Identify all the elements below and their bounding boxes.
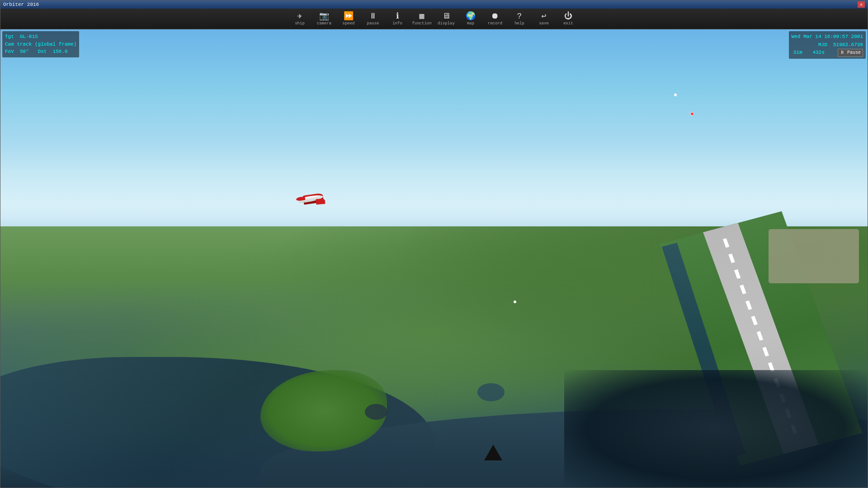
display-icon: 🖥 [442,12,450,20]
hud-cam-row: Cam track (global frame) [5,41,76,48]
toolbar-btn-display[interactable]: 🖥display [434,9,458,28]
pond2 [365,404,387,420]
toolbar-btn-pause[interactable]: ⏸pause [361,9,385,28]
hud-mjd-label: MJD [818,42,827,47]
dark-triangle [484,445,502,460]
hud-date-row: Wed Mar 14 16:09:57 2001 [792,33,863,41]
help-label: help [514,21,524,26]
speed-label: speed [342,21,354,26]
ground [0,226,868,488]
hud-tgt-label: Tgt [5,34,14,39]
toolbar-btn-exit[interactable]: ⏻exit [557,9,580,28]
hud-sim-row: Sim 432s ⏸ Pause [792,49,863,57]
hud-pause-badge[interactable]: ⏸ Pause [838,49,863,57]
info-label: info [392,21,402,26]
runway-marker-dot [690,112,694,116]
hud-fov-value: 50° [20,49,29,54]
toolbar-btn-info[interactable]: ℹinfo [386,9,409,28]
window-title: Orbiter 2016 [3,2,858,7]
hud-mjd-value: 51982.6736 [833,42,863,47]
pause-label: pause [367,21,379,26]
exit-label: exit [563,21,573,26]
toolbar-btn-speed[interactable]: ⏩speed [337,9,360,28]
hud-fov-label: FoV [5,49,14,54]
aircraft [294,188,330,210]
record-icon: ⏺ [491,12,499,20]
hud-dst-label: Dst [38,49,47,54]
apron [769,229,859,283]
camera-label: camera [317,21,331,26]
ship-label: ship [295,21,305,26]
toolbar-btn-function[interactable]: ▦function [410,9,434,28]
display-label: display [438,21,455,26]
toolbar-btn-save[interactable]: ↩save [532,9,556,28]
title-bar: Orbiter 2016 ✕ [0,0,868,9]
close-button[interactable]: ✕ [858,1,865,8]
function-icon: ▦ [420,12,425,20]
hud-cam-label: Cam track (global frame) [5,42,76,47]
hud-top-right: Wed Mar 14 16:09:57 2001 MJD 51982.6736 … [789,31,866,59]
save-label: save [539,21,549,26]
exit-icon: ⏻ [564,12,572,20]
camera-icon: 📷 [319,12,329,20]
hud-sim-label: Sim [793,49,802,57]
toolbar-btn-help[interactable]: ?help [508,9,531,28]
speed-icon: ⏩ [344,12,354,20]
help-icon: ? [517,12,522,20]
runway-marker-dot2 [674,94,677,96]
toolbar-btn-camera[interactable]: 📷camera [312,9,336,28]
record-label: record [488,21,502,26]
hud-sim-value: 432s [812,49,824,57]
toolbar-btn-map[interactable]: 🌍map [459,9,482,28]
cursor-dot [514,300,516,303]
dark-patch [564,370,868,488]
app-window: Orbiter 2016 ✕ ✈ship📷camera⏩speed⏸pauseℹ… [0,0,868,488]
hud-date: Wed Mar 14 16:09:57 2001 [792,34,863,39]
map-icon: 🌍 [466,12,476,20]
info-icon: ℹ [396,12,399,20]
save-icon: ↩ [542,12,547,20]
toolbar-btn-record[interactable]: ⏺record [483,9,507,28]
ship-icon: ✈ [297,12,302,20]
toolbar: ✈ship📷camera⏩speed⏸pauseℹinfo▦function🖥d… [0,9,868,29]
hud-target-row: Tgt GL-01S [5,33,76,41]
aircraft-wing-tail [316,198,326,205]
toolbar-btn-ship[interactable]: ✈ship [288,9,311,28]
function-label: function [412,21,431,26]
hud-mjd-row: MJD 51982.6736 [792,41,863,49]
viewport: Tgt GL-01S Cam track (global frame) FoV … [0,29,868,488]
map-label: map [467,21,474,26]
hud-fov-row: FoV 50° Dst 156.0 [5,48,76,56]
hud-dst-value: 156.0 [53,49,68,54]
hud-tgt-value: GL-01S [20,34,38,39]
hud-top-left: Tgt GL-01S Cam track (global frame) FoV … [2,31,79,57]
pause-icon: ⏸ [369,12,377,20]
pond1 [477,383,505,401]
